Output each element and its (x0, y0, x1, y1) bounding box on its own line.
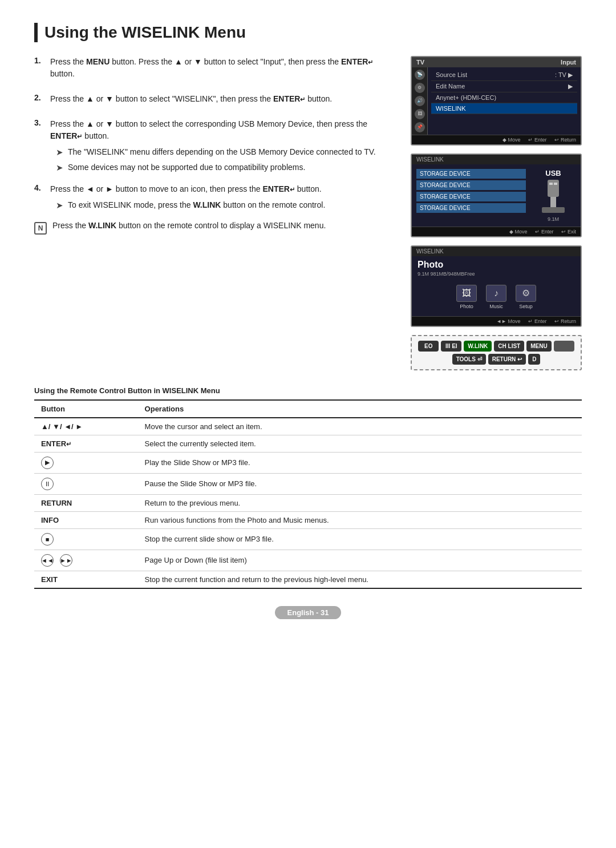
tv-screen-1-nav: ◆ Move ↵ Enter ↩ Return (412, 135, 581, 144)
tv-screen-1-body: 📡 ⚙ 🔊 🖼 📌 Source List : TV ▶ Edit Name ▶ (412, 67, 581, 135)
step-1-bold1: MENU (86, 57, 110, 66)
step-4-sub-1-text: To exit WISELINK mode, press the W.LINK … (68, 199, 325, 212)
step-1-bold2: ENTER↵ (341, 57, 373, 66)
music-symbol: ♪ (494, 288, 499, 298)
tv-icon-4: 🖼 (415, 109, 425, 119)
step-4-bold: ENTER↵ (262, 184, 294, 193)
tv-icon-2: ⚙ (415, 83, 425, 93)
step-4-number: 4. (34, 183, 44, 212)
btn-stop-symbol: ■ (41, 533, 54, 546)
step-1-text2: button. Press the ▲ or ▼ button to selec… (112, 57, 341, 66)
step-3-content: Press the ▲ or ▼ button to select the co… (50, 118, 399, 174)
svg-rect-1 (550, 197, 556, 208)
step-4: 4. Press the ◄ or ► button to move to an… (34, 183, 399, 212)
usb-item-3: STORAGE DEVICE (416, 192, 526, 201)
wiselink-label-3: WISELINK (416, 248, 444, 255)
tv2-nav-enter: ↵ Enter (535, 229, 553, 235)
table-row-pageupdown: ◄◄ ►► Page Up or Down (file list item) (34, 550, 582, 571)
remote-btn-iii: III EI (441, 341, 461, 352)
step-1-content: Press the MENU button. Press the ▲ or ▼ … (50, 56, 399, 84)
photo-icon-music-label: Music (489, 304, 503, 309)
wiselink-label-2: WISELINK (416, 156, 444, 163)
tv-screen-1: TV Input 📡 ⚙ 🔊 🖼 📌 Source List : TV ▶ (411, 56, 582, 146)
step-3-sub-2: ➤ Some devices may not be supported due … (56, 161, 399, 175)
btn-play-symbol: ▶ (41, 457, 54, 469)
tv2-nav-exit: ↩ Exit (561, 229, 576, 235)
tv-screen-3-header: WISELINK (412, 247, 581, 256)
usb-graphic: USB 9.1M (530, 169, 576, 222)
photo-icon-photo-label: Photo (460, 304, 473, 309)
step-2: 2. Press the ▲ or ▼ button to select "WI… (34, 93, 399, 109)
tv-menu-source-label: Source List (436, 71, 467, 79)
btn-pause-symbol: II (41, 478, 54, 490)
op-enter: Select the currently selected item. (138, 435, 582, 452)
main-layout: 1. Press the MENU button. Press the ▲ or… (34, 56, 582, 370)
tv-screen-2: WISELINK STORAGE DEVICE STORAGE DEVICE S… (411, 154, 582, 237)
tv-screen-1-header: TV Input (412, 57, 581, 67)
tv-menu-anynet: Anynet+ (HDMI-CEC) (431, 92, 577, 103)
remote-btn-blank (554, 341, 574, 352)
remote-btn-tools: TOOLS ⏎ (452, 354, 486, 365)
step-1-text: Press the MENU button. Press the ▲ or ▼ … (50, 56, 399, 80)
tv-label: TV (416, 59, 424, 66)
footer-badge: English - 31 (275, 606, 342, 619)
step-1-text3: button. (50, 69, 75, 78)
btn-exit: EXIT (34, 571, 138, 588)
step-3-sub-1-text: The "WISELINK" menu differs depending on… (68, 146, 376, 159)
tv-screen-2-nav: ◆ Move ↵ Enter ↩ Exit (412, 227, 581, 236)
step-3-text: Press the ▲ or ▼ button to select the co… (50, 118, 399, 143)
usb-label: USB (545, 169, 561, 177)
op-play: Play the Slide Show or MP3 file. (138, 452, 582, 473)
note-item: N Press the W.LINK button on the remote … (34, 221, 399, 235)
remote-buttons-row: EO III EI W.LINK CH LIST MENU TOOLS ⏎ RE… (416, 341, 576, 365)
table-row-stop: ■ Stop the current slide show or MP3 fil… (34, 528, 582, 550)
svg-rect-4 (554, 183, 557, 185)
step-3-bold: ENTER↵ (50, 131, 82, 140)
tv-menu-editname-arrow: ▶ (568, 83, 573, 90)
svg-rect-3 (549, 183, 553, 185)
step-4-content: Press the ◄ or ► button to move to an ic… (50, 183, 325, 212)
step-1-number: 1. (34, 56, 44, 84)
table-row-arrows: ▲/ ▼/ ◄/ ► Move the cursor and select an… (34, 418, 582, 435)
btn-arrows-symbol: ▲/ ▼/ ◄/ ► (41, 422, 83, 431)
op-arrows: Move the cursor and select an item. (138, 418, 582, 435)
footer: English - 31 (34, 606, 582, 619)
photo-title: Photo (418, 260, 575, 270)
tv-screen-2-body: STORAGE DEVICE STORAGE DEVICE STORAGE DE… (412, 164, 581, 227)
photo-symbol: 🖼 (462, 288, 471, 298)
btn-pageupdown: ◄◄ ►► (34, 550, 138, 571)
photo-icon-photo-box: 🖼 (456, 285, 477, 302)
btn-play: ▶ (34, 452, 138, 473)
step-3: 3. Press the ▲ or ▼ button to select the… (34, 118, 399, 174)
usb-plug-svg (539, 180, 568, 214)
tv-nav-return: ↩ Return (554, 137, 576, 143)
tv3-nav-enter: ↵ Enter (528, 318, 546, 324)
usb-item-2: STORAGE DEVICE (416, 180, 526, 190)
tv-nav-enter: ↵ Enter (528, 137, 546, 143)
table-section-title: Using the Remote Control Button in WISEL… (34, 386, 582, 395)
tv-menu-editname-label: Edit Name (436, 83, 465, 90)
tv-menu-source: Source List : TV ▶ (431, 70, 577, 81)
step-2-bold1: ENTER↵ (273, 94, 305, 103)
btn-arrows: ▲/ ▼/ ◄/ ► (34, 418, 138, 435)
table-row-pause: II Pause the Slide Show or MP3 file. (34, 473, 582, 494)
tv-menu-wiselink-label: WISELINK (436, 105, 466, 112)
tv3-nav-return: ↩ Return (554, 318, 576, 324)
step-2-content: Press the ▲ or ▼ button to select "WISEL… (50, 93, 332, 109)
left-column: 1. Press the MENU button. Press the ▲ or… (34, 56, 399, 370)
arrow-icon-1: ➤ (56, 146, 63, 159)
remote-btn-eo: EO (418, 341, 439, 352)
tv2-nav-move: ◆ Move (509, 229, 528, 235)
note-text: Press the W.LINK button on the remote co… (52, 221, 326, 230)
col-button: Button (34, 400, 138, 418)
photo-icon-setup: ⚙ Setup (516, 285, 536, 309)
right-column: TV Input 📡 ⚙ 🔊 🖼 📌 Source List : TV ▶ (411, 56, 582, 370)
remote-btn-d: D (528, 354, 540, 365)
svg-rect-2 (542, 207, 565, 213)
remote-btn-chlist: CH LIST (494, 341, 524, 352)
note-icon: N (34, 222, 47, 235)
tv-icon-5: 📌 (415, 122, 425, 132)
step-3-sub-1: ➤ The "WISELINK" menu differs depending … (56, 146, 399, 159)
tv-input-label: Input (561, 59, 576, 66)
usb-item-4: STORAGE DEVICE (416, 203, 526, 213)
